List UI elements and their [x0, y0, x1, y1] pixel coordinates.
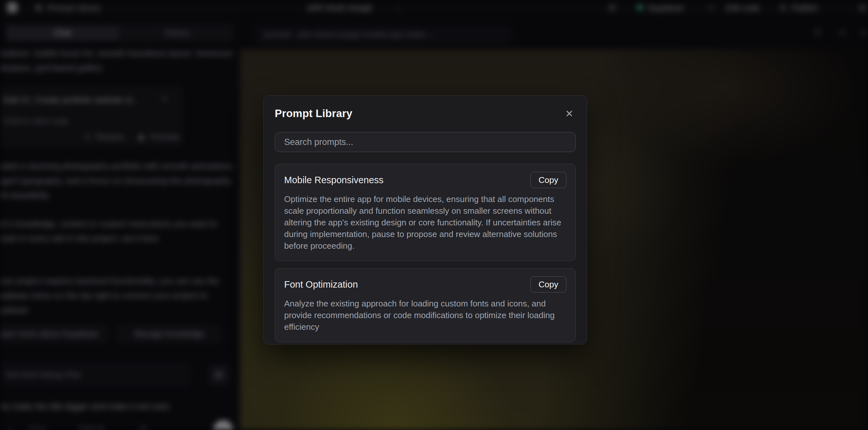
copy-button[interactable]: Copy [530, 172, 566, 188]
search-input[interactable] [275, 132, 576, 152]
prompt-list: Mobile Responsiveness Copy Optimize the … [275, 164, 576, 344]
prompt-description: Optimize the entire app for mobile devic… [284, 193, 566, 252]
modal-header: Prompt Library ✕ [275, 108, 576, 122]
copy-button[interactable]: Copy [530, 276, 566, 293]
prompt-card-mobile-responsiveness: Mobile Responsiveness Copy Optimize the … [275, 164, 576, 261]
app-window: ▦ Prompt Library artN cloud voyage ⌄ ▤ S… [0, 0, 868, 430]
prompt-library-modal: Prompt Library ✕ Mobile Responsiveness C… [264, 95, 587, 344]
close-button[interactable]: ✕ [562, 107, 577, 121]
prompt-description: Analyze the existing approach for loadin… [284, 298, 566, 333]
prompt-title: Mobile Responsiveness [284, 175, 383, 185]
prompt-title: Font Optimization [284, 279, 358, 290]
modal-title: Prompt Library [275, 108, 576, 120]
prompt-card-font-optimization: Font Optimization Copy Analyze the exist… [275, 268, 576, 342]
